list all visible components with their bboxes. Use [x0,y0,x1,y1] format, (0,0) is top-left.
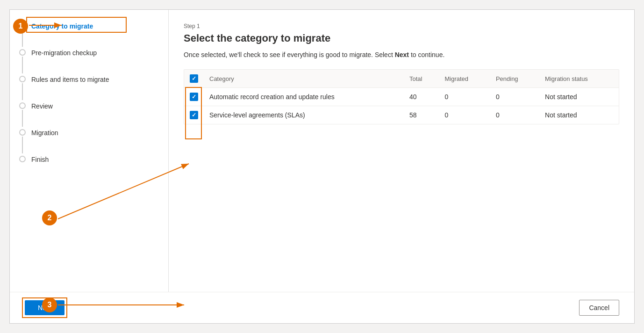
cancel-button[interactable]: Cancel [579,300,619,316]
migration-status-column-header: Migration status [539,70,619,88]
row-2-pending: 0 [490,106,539,124]
row-1-pending: 0 [490,88,539,106]
row-2-migration-status: Not started [539,106,619,124]
row-1-total: 40 [404,88,439,106]
step-2-circle [19,49,26,56]
step-1-label[interactable]: Category to migrate [31,21,93,31]
annotation-1: 1 [13,19,28,34]
row-1-category: Automatic record creation and update rul… [204,88,404,106]
step-4-label[interactable]: Review [31,101,53,111]
total-column-header: Total [404,70,439,88]
pending-column-header: Pending [490,70,539,88]
step-indicator: Step 1 [184,23,619,29]
step-2-label[interactable]: Pre-migration checkup [31,48,97,58]
step-3-circle [19,76,26,82]
category-column-header: Category [204,70,404,88]
step-6-circle [19,156,26,162]
step-4-circle [19,102,26,109]
row-2-category: Service-level agreements (SLAs) [204,106,404,124]
row-2-checkbox[interactable]: ✓ [190,111,198,119]
row-2-migrated: 0 [439,106,490,124]
row-1-checkbox[interactable]: ✓ [190,93,198,101]
step-5-label[interactable]: Migration [31,128,58,138]
migrated-column-header: Migrated [439,70,490,88]
step-6-label[interactable]: Finish [31,154,49,165]
step-3-label[interactable]: Rules and items to migrate [31,74,109,85]
table-row: ✓ Service-level agreements (SLAs) 58 0 0… [184,106,619,124]
table-row: ✓ Automatic record creation and update r… [184,88,619,106]
annotation-2: 2 [42,210,57,225]
row-2-total: 58 [404,106,439,124]
row-1-migrated: 0 [439,88,490,106]
select-all-checkbox[interactable]: ✓ [190,74,198,83]
bottom-bar: Next Cancel [10,292,634,323]
row-1-migration-status: Not started [539,88,619,106]
annotation-3: 3 [42,297,57,312]
page-title: Select the category to migrate [184,32,619,44]
step-5-circle [19,129,26,136]
description: Once selected, we'll check to see if eve… [184,50,619,60]
categories-table: ✓ Category Total Migrated Pending Migrat… [184,69,619,124]
